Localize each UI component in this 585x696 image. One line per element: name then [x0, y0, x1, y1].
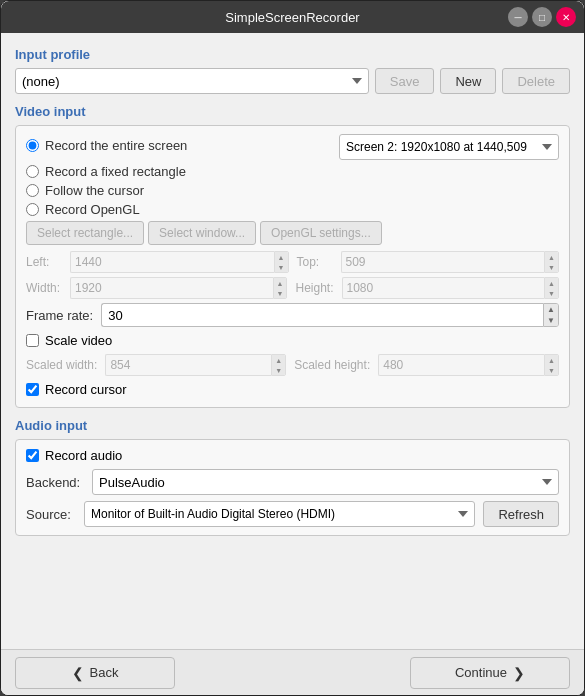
scaled-height-down[interactable]: ▼	[545, 365, 558, 375]
top-spinner: ▲ ▼	[544, 251, 559, 273]
top-up-button[interactable]: ▲	[545, 252, 558, 262]
select-buttons-row: Select rectangle... Select window... Ope…	[26, 221, 559, 245]
height-spinner: ▲ ▼	[544, 277, 559, 299]
source-row: Source: Monitor of Built-in Audio Digita…	[26, 501, 559, 527]
input-profile-label: Input profile	[15, 47, 570, 62]
entire-screen-label: Record the entire screen	[45, 138, 187, 153]
framerate-label: Frame rate:	[26, 308, 93, 323]
framerate-spinner: ▲ ▼	[543, 303, 559, 327]
top-down-button[interactable]: ▼	[545, 262, 558, 272]
height-input-wrap: ▲ ▼	[342, 277, 559, 299]
scaled-width-input[interactable]	[105, 354, 271, 376]
framerate-down-button[interactable]: ▼	[544, 315, 558, 326]
bottom-bar: ❮ Back Continue ❯	[1, 649, 584, 695]
main-window: SimpleScreenRecorder ─ □ ✕ Input profile…	[0, 0, 585, 696]
scale-video-checkbox[interactable]	[26, 334, 39, 347]
audio-input-section: Record audio Backend: PulseAudio Source:…	[15, 439, 570, 536]
entire-screen-radio[interactable]	[26, 139, 39, 152]
delete-button[interactable]: Delete	[502, 68, 570, 94]
framerate-up-button[interactable]: ▲	[544, 304, 558, 315]
entire-screen-radio-row: Record the entire screen	[26, 138, 187, 153]
scaled-width-up[interactable]: ▲	[272, 355, 285, 365]
record-audio-checkbox[interactable]	[26, 449, 39, 462]
close-button[interactable]: ✕	[556, 7, 576, 27]
left-input[interactable]	[70, 251, 274, 273]
left-spinner: ▲ ▼	[274, 251, 289, 273]
profile-select[interactable]: (none)	[15, 68, 369, 94]
record-cursor-label: Record cursor	[45, 382, 127, 397]
follow-cursor-row: Follow the cursor	[26, 183, 559, 198]
save-button[interactable]: Save	[375, 68, 435, 94]
scaled-dims-row: Scaled width: ▲ ▼ Scaled height: ▲ ▼	[26, 354, 559, 376]
entire-screen-row: Record the entire screen Screen 2: 1920x…	[26, 134, 559, 160]
continue-button[interactable]: Continue ❯	[410, 657, 570, 689]
width-up-button[interactable]: ▲	[274, 278, 287, 288]
framerate-row: Frame rate: ▲ ▼	[26, 303, 559, 327]
left-input-wrap: ▲ ▼	[70, 251, 289, 273]
framerate-input-wrap: ▲ ▼	[101, 303, 559, 327]
continue-arrow-icon: ❯	[513, 665, 525, 681]
left-top-row: Left: ▲ ▼ Top: ▲ ▼	[26, 251, 559, 273]
follow-cursor-radio[interactable]	[26, 184, 39, 197]
audio-input-label: Audio input	[15, 418, 570, 433]
left-down-button[interactable]: ▼	[275, 262, 288, 272]
select-window-button[interactable]: Select window...	[148, 221, 256, 245]
opengl-label: Record OpenGL	[45, 202, 140, 217]
framerate-input[interactable]	[101, 303, 543, 327]
width-label: Width:	[26, 281, 62, 295]
top-input[interactable]	[341, 251, 545, 273]
minimize-button[interactable]: ─	[508, 7, 528, 27]
titlebar-buttons: ─ □ ✕	[508, 7, 576, 27]
width-input-wrap: ▲ ▼	[70, 277, 287, 299]
titlebar: SimpleScreenRecorder ─ □ ✕	[1, 1, 584, 33]
scale-video-label: Scale video	[45, 333, 112, 348]
left-label: Left:	[26, 255, 62, 269]
new-button[interactable]: New	[440, 68, 496, 94]
record-cursor-checkbox[interactable]	[26, 383, 39, 396]
scaled-height-input[interactable]	[378, 354, 544, 376]
top-label: Top:	[297, 255, 333, 269]
video-input-label: Video input	[15, 104, 570, 119]
backend-row: Backend: PulseAudio	[26, 469, 559, 495]
height-input[interactable]	[342, 277, 545, 299]
scaled-width-wrap: ▲ ▼	[105, 354, 286, 376]
left-up-button[interactable]: ▲	[275, 252, 288, 262]
back-arrow-icon: ❮	[72, 665, 84, 681]
height-down-button[interactable]: ▼	[545, 288, 558, 298]
refresh-button[interactable]: Refresh	[483, 501, 559, 527]
fixed-rect-radio[interactable]	[26, 165, 39, 178]
source-select[interactable]: Monitor of Built-in Audio Digital Stereo…	[84, 501, 475, 527]
opengl-settings-button[interactable]: OpenGL settings...	[260, 221, 382, 245]
scaled-height-wrap: ▲ ▼	[378, 354, 559, 376]
scaled-height-label: Scaled height:	[294, 358, 370, 372]
height-up-button[interactable]: ▲	[545, 278, 558, 288]
profile-row: (none) Save New Delete	[15, 68, 570, 94]
width-down-button[interactable]: ▼	[274, 288, 287, 298]
scale-video-row: Scale video	[26, 333, 559, 348]
follow-cursor-label: Follow the cursor	[45, 183, 144, 198]
scaled-width-down[interactable]: ▼	[272, 365, 285, 375]
select-rectangle-button[interactable]: Select rectangle...	[26, 221, 144, 245]
fixed-rect-row: Record a fixed rectangle	[26, 164, 559, 179]
screen-select[interactable]: Screen 2: 1920x1080 at 1440,509	[339, 134, 559, 160]
width-input[interactable]	[70, 277, 273, 299]
width-height-row: Width: ▲ ▼ Height: ▲ ▼	[26, 277, 559, 299]
backend-label: Backend:	[26, 475, 84, 490]
scaled-height-spinner: ▲ ▼	[544, 354, 559, 376]
main-content: Input profile (none) Save New Delete Vid…	[1, 33, 584, 649]
scaled-height-up[interactable]: ▲	[545, 355, 558, 365]
maximize-button[interactable]: □	[532, 7, 552, 27]
scaled-width-label: Scaled width:	[26, 358, 97, 372]
height-label: Height:	[295, 281, 333, 295]
window-title: SimpleScreenRecorder	[225, 10, 359, 25]
top-input-wrap: ▲ ▼	[341, 251, 560, 273]
backend-select[interactable]: PulseAudio	[92, 469, 559, 495]
opengl-row: Record OpenGL	[26, 202, 559, 217]
fixed-rect-label: Record a fixed rectangle	[45, 164, 186, 179]
record-cursor-row: Record cursor	[26, 382, 559, 397]
record-audio-label: Record audio	[45, 448, 122, 463]
source-label: Source:	[26, 507, 76, 522]
continue-label: Continue	[455, 665, 507, 680]
back-button[interactable]: ❮ Back	[15, 657, 175, 689]
opengl-radio[interactable]	[26, 203, 39, 216]
